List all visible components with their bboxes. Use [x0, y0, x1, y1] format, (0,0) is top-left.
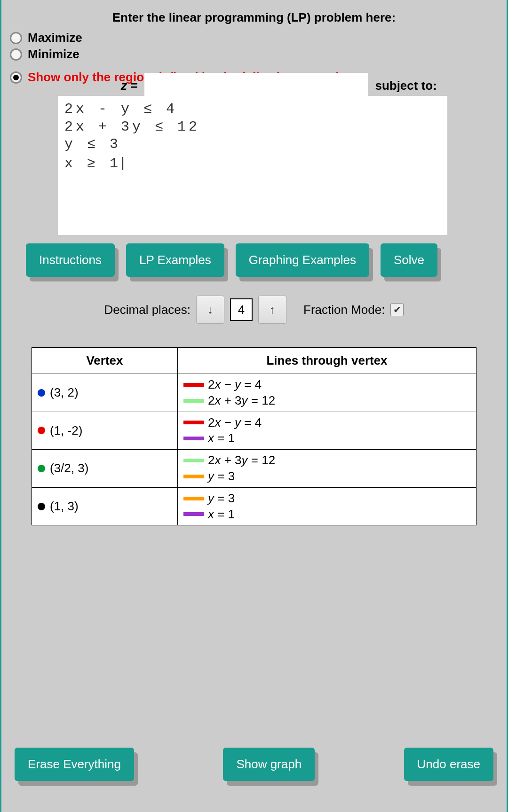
constraints-textarea[interactable]: 2x - y ≤ 4 2x + 3y ≤ 12 y ≤ 3 x ≥ 1|	[58, 96, 447, 235]
radio-minimize-label: Minimize	[28, 47, 79, 62]
vertex-dot-icon	[38, 503, 45, 510]
decimal-decrease-button[interactable]: ↓	[196, 296, 224, 324]
line-color-swatch-icon	[183, 399, 204, 403]
vertex-value: (1, 3)	[50, 499, 79, 514]
line-equation: 2x − y = 4	[183, 377, 470, 393]
line-equation: 2x − y = 4	[183, 415, 470, 431]
radio-region-only[interactable]	[10, 71, 22, 84]
line-equation: 2x + 3y = 12	[183, 393, 470, 409]
line-equation: x = 1	[183, 430, 470, 446]
vertex-dot-icon	[38, 465, 45, 472]
line-color-swatch-icon	[183, 512, 204, 516]
line-equation: x = 1	[183, 507, 470, 523]
vertex-value: (3/2, 3)	[50, 461, 88, 476]
undo-erase-button[interactable]: Undo erase	[404, 748, 493, 781]
z-equals-label: z =	[121, 78, 137, 93]
lp-examples-button[interactable]: LP Examples	[126, 243, 224, 277]
line-equation: y = 3	[183, 491, 470, 507]
show-graph-button[interactable]: Show graph	[223, 748, 315, 781]
radio-minimize[interactable]	[10, 48, 22, 61]
decimal-places-label: Decimal places:	[104, 303, 191, 317]
solve-button[interactable]: Solve	[381, 243, 437, 277]
vertex-dot-icon	[38, 389, 45, 397]
objective-input[interactable]	[144, 73, 368, 98]
line-color-swatch-icon	[183, 475, 204, 478]
table-row: (3/2, 3)2x + 3y = 12y = 3	[32, 450, 476, 488]
vertex-value: (3, 2)	[50, 385, 79, 400]
header-lines: Lines through vertex	[178, 348, 476, 374]
line-color-swatch-icon	[183, 437, 204, 440]
fraction-mode-label: Fraction Mode:	[303, 303, 385, 317]
line-color-swatch-icon	[183, 497, 204, 500]
header-vertex: Vertex	[32, 348, 178, 374]
erase-button[interactable]: Erase Everything	[15, 748, 134, 781]
table-row: (1, -2)2x − y = 4x = 1	[32, 412, 476, 450]
graphing-examples-button[interactable]: Graphing Examples	[236, 243, 369, 277]
fraction-mode-checkbox[interactable]: ✔	[390, 303, 404, 316]
vertex-value: (1, -2)	[50, 423, 82, 438]
results-table: Vertex Lines through vertex (3, 2)2x − y…	[32, 347, 476, 525]
line-color-swatch-icon	[183, 459, 204, 462]
line-equation: 2x + 3y = 12	[183, 453, 470, 468]
subject-to-label: subject to:	[375, 78, 437, 93]
radio-maximize-label: Maximize	[28, 31, 82, 45]
line-color-swatch-icon	[183, 421, 204, 424]
radio-maximize[interactable]	[10, 32, 22, 44]
line-equation: y = 3	[183, 468, 470, 484]
page-title: Enter the linear programming (LP) proble…	[4, 0, 504, 31]
decimal-value: 4	[230, 298, 253, 321]
vertex-dot-icon	[38, 427, 45, 434]
decimal-increase-button[interactable]: ↑	[258, 296, 286, 324]
instructions-button[interactable]: Instructions	[26, 243, 115, 277]
line-color-swatch-icon	[183, 383, 204, 387]
table-row: (3, 2)2x − y = 42x + 3y = 12	[32, 374, 476, 412]
table-row: (1, 3)y = 3x = 1	[32, 487, 476, 525]
